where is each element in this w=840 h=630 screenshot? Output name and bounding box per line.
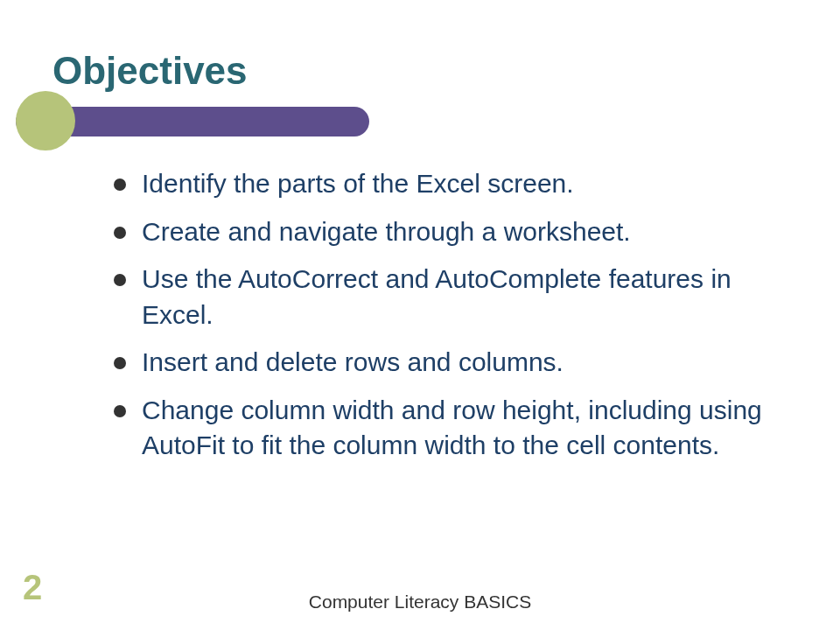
slide: Objectives Identify the parts of the Exc… bbox=[0, 0, 840, 630]
bullet-list: Identify the parts of the Excel screen. … bbox=[114, 166, 770, 476]
footer-text: Computer Literacy BASICS bbox=[0, 592, 840, 612]
bullet-text: Insert and delete rows and columns. bbox=[142, 345, 564, 381]
list-item: Insert and delete rows and columns. bbox=[114, 345, 770, 381]
decor-circle-icon bbox=[16, 91, 75, 150]
list-item: Identify the parts of the Excel screen. bbox=[114, 166, 770, 202]
bullet-text: Create and navigate through a worksheet. bbox=[142, 214, 631, 250]
slide-title: Objectives bbox=[52, 49, 248, 93]
bullet-icon bbox=[114, 274, 126, 286]
bullet-icon bbox=[114, 357, 126, 369]
list-item: Change column width and row height, incl… bbox=[114, 393, 770, 464]
bullet-text: Use the AutoCorrect and AutoComplete fea… bbox=[142, 262, 770, 332]
bullet-text: Identify the parts of the Excel screen. bbox=[142, 166, 574, 202]
list-item: Create and navigate through a worksheet. bbox=[114, 214, 770, 250]
bullet-icon bbox=[114, 178, 126, 191]
bullet-icon bbox=[114, 405, 126, 417]
bullet-text: Change column width and row height, incl… bbox=[142, 393, 770, 464]
bullet-icon bbox=[114, 227, 126, 239]
list-item: Use the AutoCorrect and AutoComplete fea… bbox=[114, 262, 770, 332]
